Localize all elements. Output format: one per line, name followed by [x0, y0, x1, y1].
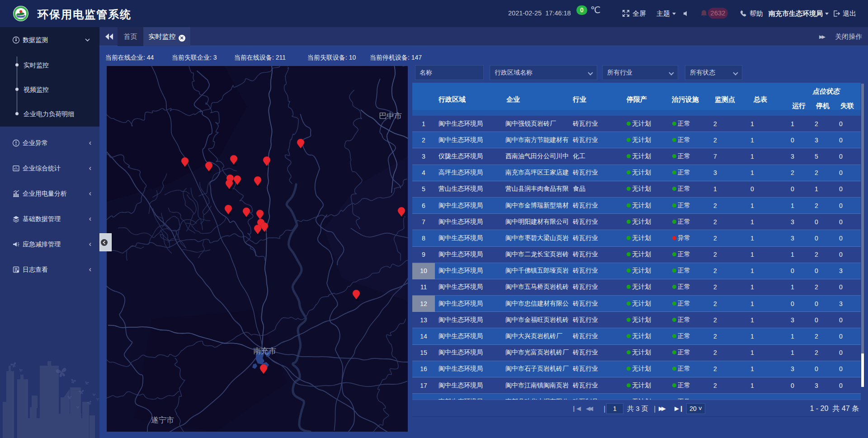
svg-text:巴中市: 巴中市 — [379, 112, 402, 120]
svg-text:南充市: 南充市 — [253, 347, 276, 355]
svg-text:遂宁市: 遂宁市 — [151, 416, 174, 424]
